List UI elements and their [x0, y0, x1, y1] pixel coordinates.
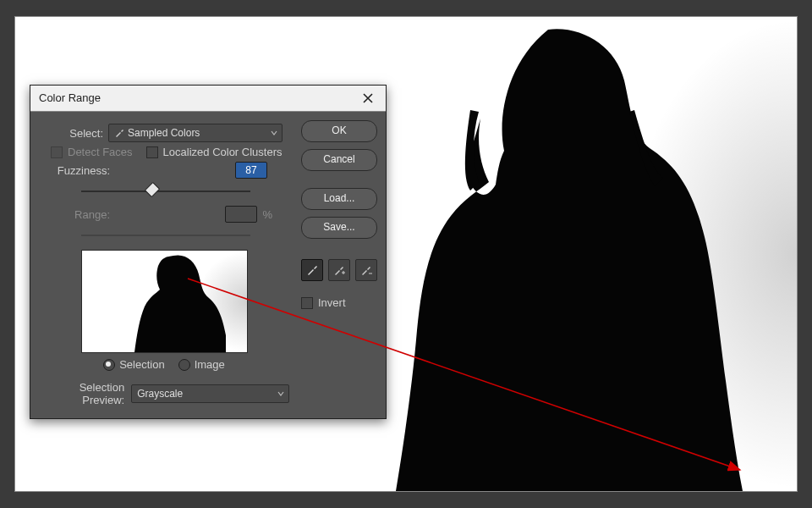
fuzziness-slider-thumb[interactable]	[145, 182, 160, 197]
invert-checkbox[interactable]	[301, 297, 313, 309]
chevron-down-icon	[271, 130, 277, 136]
select-dropdown[interactable]: Sampled Colors	[108, 124, 283, 142]
eyedropper-add[interactable]	[328, 259, 350, 281]
localized-option[interactable]: Localized Color Clusters	[146, 146, 283, 158]
dialog-titlebar[interactable]: Color Range	[30, 86, 386, 112]
radio-image-option[interactable]: Image	[178, 358, 225, 371]
localized-checkbox[interactable]	[146, 146, 158, 158]
load-button[interactable]: Load...	[301, 188, 377, 210]
chevron-down-icon	[277, 390, 284, 397]
silhouette-image	[370, 17, 751, 491]
eyedropper-icon	[306, 264, 318, 276]
detect-faces-option: Detect Faces	[51, 146, 133, 158]
range-unit: %	[262, 208, 272, 221]
close-icon	[363, 93, 373, 103]
selection-preview	[81, 250, 248, 353]
detect-faces-checkbox	[51, 146, 63, 158]
ok-button[interactable]: OK	[301, 120, 377, 142]
radio-selection-label: Selection	[119, 358, 164, 371]
select-value: Sampled Colors	[128, 125, 200, 141]
color-range-dialog: Color Range Select: Sampled Colors	[30, 85, 387, 419]
eyedropper-plus-icon	[333, 264, 345, 276]
fuzziness-input[interactable]: 87	[235, 162, 267, 179]
invert-option[interactable]: Invert	[301, 296, 377, 309]
cancel-button[interactable]: Cancel	[301, 149, 377, 171]
eyedropper-subtract[interactable]	[355, 259, 377, 281]
save-button[interactable]: Save...	[301, 217, 377, 239]
selection-preview-label: Selection Preview:	[39, 381, 124, 406]
close-button[interactable]	[359, 89, 377, 108]
localized-label: Localized Color Clusters	[163, 146, 283, 158]
invert-label: Invert	[318, 296, 346, 309]
dialog-title: Color Range	[39, 86, 101, 111]
selection-preview-value: Grayscale	[137, 386, 183, 401]
radio-image[interactable]	[178, 359, 190, 371]
fuzziness-slider[interactable]	[81, 185, 250, 197]
radio-selection[interactable]	[103, 359, 115, 371]
preview-mode-radios: Selection Image	[39, 358, 289, 371]
eyedropper-sample[interactable]	[301, 259, 323, 281]
detect-faces-label: Detect Faces	[68, 146, 133, 158]
range-input	[225, 206, 257, 223]
eyedropper-minus-icon	[360, 264, 372, 276]
radio-image-label: Image	[195, 358, 225, 371]
fuzziness-label: Fuzziness:	[51, 164, 110, 177]
selection-preview-dropdown[interactable]: Grayscale	[131, 384, 289, 403]
eyedropper-tools	[301, 259, 377, 281]
range-label: Range:	[51, 208, 110, 221]
eyedropper-mini-icon	[114, 128, 124, 138]
select-label: Select:	[61, 127, 103, 140]
radio-selection-option[interactable]: Selection	[103, 358, 164, 371]
range-slider	[81, 229, 250, 241]
